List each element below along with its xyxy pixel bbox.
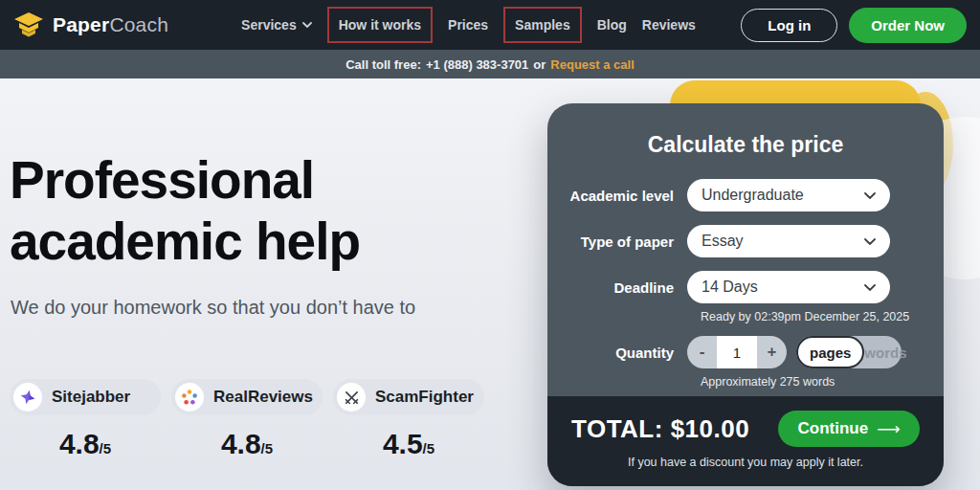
nav-label-samples: Samples (515, 17, 570, 33)
quantity-plus-button[interactable]: + (757, 343, 787, 362)
papercoach-logo[interactable]: PaperCoach (13, 12, 168, 37)
realreviews-rating: 4.8/5 (221, 428, 273, 460)
request-a-call-link[interactable]: Request a call (550, 57, 634, 72)
sitejabber-rating: 4.8/5 (59, 428, 111, 460)
nav-item-how-it-works[interactable]: How it works (327, 7, 433, 43)
review-badges: Sitejabber 4.8/5 RealReviews 4.8/5 (10, 379, 484, 460)
sitejabber-pill[interactable]: Sitejabber (10, 379, 161, 415)
realreviews-pill[interactable]: RealReviews (171, 379, 323, 415)
review-badge-sitejabber: Sitejabber 4.8/5 (10, 379, 161, 460)
type-of-paper-select[interactable]: Essay (687, 225, 890, 257)
rating-value: 4.8 (221, 428, 261, 459)
review-badge-realreviews: RealReviews 4.8/5 (171, 379, 323, 460)
quantity-label: Quantity (547, 345, 687, 361)
chevron-down-icon (302, 22, 312, 28)
unit-words-option[interactable]: words (864, 345, 906, 361)
nav-item-prices[interactable]: Prices (448, 17, 488, 33)
type-of-paper-row: Type of paper Essay (547, 225, 944, 257)
deadline-select[interactable]: 14 Days (687, 271, 890, 303)
review-badge-scamfighter: ScamFighter 4.5/5 (333, 379, 484, 460)
price-calculator-card: Calculate the price Academic level Under… (547, 103, 944, 486)
rating-scale: /5 (100, 440, 112, 457)
scamfighter-label: ScamFighter (375, 388, 474, 407)
sitejabber-label: Sitejabber (52, 388, 130, 407)
scamfighter-rating: 4.5/5 (383, 428, 434, 460)
deadline-label: Deadline (547, 279, 687, 296)
crossed-swords-icon (337, 383, 366, 412)
academic-level-value: Undergraduate (702, 187, 804, 204)
nav-item-reviews[interactable]: Reviews (642, 17, 696, 33)
chevron-down-icon (864, 284, 876, 291)
hero-subtitle: We do your homework so that you don’t ha… (11, 297, 415, 319)
rating-scale: /5 (261, 440, 274, 457)
quantity-minus-button[interactable]: - (687, 343, 717, 362)
nav-label-blog: Blog (597, 17, 627, 33)
calculator-fields: Academic level Undergraduate Type of pap… (547, 179, 944, 389)
academic-level-select[interactable]: Undergraduate (687, 179, 890, 212)
academic-level-label: Academic level (547, 188, 687, 204)
order-now-button[interactable]: Order Now (849, 8, 967, 43)
brand-bold: Paper (53, 13, 109, 35)
chevron-down-icon (864, 192, 876, 199)
page-title-line1: Professional (10, 149, 360, 211)
callbar: Call toll free: +1 (888) 383-3701 or Req… (0, 50, 980, 78)
rating-scale: /5 (423, 440, 435, 457)
calculator-title: Calculate the price (547, 103, 944, 158)
type-of-paper-label: Type of paper (547, 234, 687, 250)
continue-label: Continue (797, 419, 868, 438)
footer-top: TOTAL: $10.00 Continue ⟶ (571, 411, 920, 447)
deadline-row: Deadline 14 Days (547, 271, 944, 303)
calculator-footer: TOTAL: $10.00 Continue ⟶ If you have a d… (547, 396, 944, 486)
unit-toggle: pages words (796, 336, 902, 368)
sitejabber-star-icon (13, 383, 42, 412)
quantity-value[interactable]: 1 (717, 336, 757, 368)
phone-number[interactable]: +1 (888) 383-3701 (426, 57, 528, 72)
rating-value: 4.5 (383, 428, 423, 459)
nav-label-reviews: Reviews (642, 17, 696, 33)
rating-value: 4.8 (59, 428, 100, 459)
academic-level-row: Academic level Undergraduate (547, 179, 944, 212)
quantity-stepper: - 1 + (687, 336, 787, 368)
header-actions: Log in Order Now (741, 8, 967, 43)
discount-note: If you have a discount you may apply it … (571, 456, 920, 469)
brand-light: Coach (109, 13, 168, 35)
nav-label-prices: Prices (448, 17, 488, 33)
realreviews-star-icon (175, 383, 204, 412)
graduation-cap-icon (13, 12, 44, 37)
chevron-down-icon (864, 238, 876, 245)
realreviews-label: RealReviews (213, 388, 313, 407)
hero-section: Professional academic help We do your ho… (0, 78, 980, 490)
login-button[interactable]: Log in (741, 9, 837, 42)
continue-button[interactable]: Continue ⟶ (778, 411, 920, 447)
nav-label-how-it-works: How it works (339, 17, 421, 33)
nav-label-services: Services (241, 17, 297, 33)
quantity-row: Quantity - 1 + pages words (547, 336, 944, 368)
unit-pages-option[interactable]: pages (796, 336, 864, 368)
deadline-ready-note: Ready by 02:39pm December 25, 2025 (701, 310, 944, 323)
approx-words-note: Approximately 275 words (701, 375, 944, 389)
page-title-line2: academic help (10, 211, 360, 272)
arrow-right-icon: ⟶ (877, 419, 900, 439)
total-label: TOTAL: (571, 414, 663, 443)
total-value: $10.00 (671, 414, 750, 443)
total-price: TOTAL: $10.00 (571, 414, 749, 444)
topbar: PaperCoach Services How it works Prices … (0, 0, 980, 50)
scamfighter-pill[interactable]: ScamFighter (333, 379, 484, 415)
nav-item-services[interactable]: Services (241, 17, 312, 33)
type-of-paper-value: Essay (702, 233, 744, 250)
call-toll-free-text: Call toll free: (345, 57, 421, 72)
page-title: Professional academic help (10, 149, 360, 272)
brand-text: PaperCoach (53, 13, 168, 36)
deadline-value: 14 Days (702, 278, 758, 296)
main-nav: Services How it works Prices Samples Blo… (241, 7, 696, 43)
nav-item-blog[interactable]: Blog (597, 17, 627, 33)
callbar-or: or (533, 57, 546, 72)
nav-item-samples[interactable]: Samples (503, 7, 582, 43)
